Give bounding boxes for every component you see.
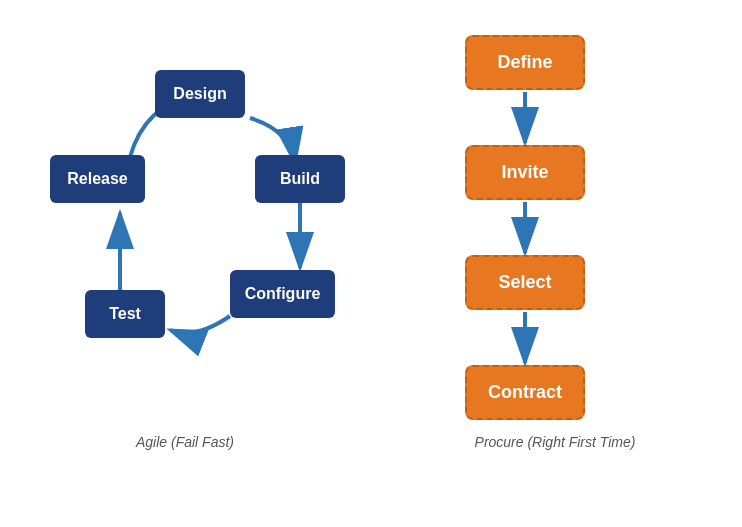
- node-configure: Configure: [230, 270, 335, 318]
- procure-diagram: Define Invite Select Contract Procure (R…: [370, 0, 740, 480]
- node-test: Test: [85, 290, 165, 338]
- design-label: Design: [173, 85, 226, 103]
- node-invite: Invite: [465, 145, 585, 200]
- node-select: Select: [465, 255, 585, 310]
- configure-label: Configure: [245, 285, 321, 303]
- define-label: Define: [497, 52, 552, 73]
- procure-title: Procure (Right First Time): [475, 434, 636, 450]
- release-label: Release: [67, 170, 128, 188]
- agile-diagram: Design Build Configure Test Release Agil…: [0, 0, 370, 480]
- build-label: Build: [280, 170, 320, 188]
- node-build: Build: [255, 155, 345, 203]
- agile-arrows-svg: [0, 0, 370, 450]
- node-define: Define: [465, 35, 585, 90]
- node-contract: Contract: [465, 365, 585, 420]
- select-label: Select: [498, 272, 551, 293]
- agile-title: Agile (Fail Fast): [136, 434, 234, 450]
- node-release: Release: [50, 155, 145, 203]
- test-label: Test: [109, 305, 141, 323]
- invite-label: Invite: [501, 162, 548, 183]
- contract-label: Contract: [488, 382, 562, 403]
- node-design: Design: [155, 70, 245, 118]
